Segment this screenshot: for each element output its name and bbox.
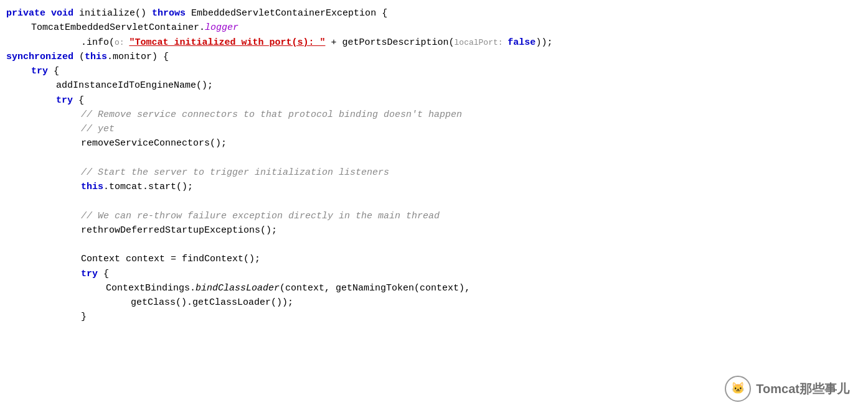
param-hint-localport: localPort:: [455, 37, 508, 49]
field-logger: logger: [205, 21, 238, 35]
string-tomcat-init: "Tomcat initialized with port(s): ": [129, 35, 325, 50]
exception-name: EmbeddedServletContainerException {: [191, 6, 387, 21]
brace-open-1: {: [54, 64, 59, 78]
method-name: initialize(): [79, 6, 152, 21]
keyword-false: false: [507, 35, 535, 50]
bind-args: (context, getNamingTok: [280, 281, 403, 295]
code-line-blank-2: [6, 194, 868, 208]
method-bindclassloader: bindClassLoader: [196, 281, 280, 295]
watermark-text: Tomcat那些事儿: [756, 379, 849, 399]
param-hint-o: o:: [115, 37, 129, 49]
svg-text:🐱: 🐱: [731, 381, 745, 395]
code-line-4: synchronized (this.monitor) {: [6, 50, 868, 64]
keyword-void: void: [51, 6, 79, 21]
watermark-icon: 🐱: [725, 376, 751, 402]
code-line-6: addInstanceIdToEngineName();: [6, 78, 868, 93]
comment-remove-connectors: // Remove service connectors to that pro…: [81, 108, 462, 122]
keyword-throws: throws: [152, 6, 191, 21]
code-line-blank-3: [6, 238, 868, 252]
comment-yet: // yet: [81, 122, 115, 136]
method-remove-connectors: removeServiceConnectors();: [81, 136, 227, 151]
code-line-13: this.tomcat.start();: [6, 180, 868, 194]
monitor-ref: .monitor) {: [107, 50, 169, 64]
keyword-try-3: try: [81, 267, 103, 281]
code-line-8: // Remove service connectors to that pro…: [6, 108, 868, 122]
method-rethrow: rethrowDeferredStartupExceptions();: [81, 223, 277, 238]
close-paren: ));: [535, 35, 552, 50]
method-call: .info(: [81, 35, 115, 50]
code-line-10: removeServiceConnectors();: [6, 136, 868, 151]
brace-open-3: {: [103, 267, 109, 281]
code-line-2: TomcatEmbeddedServletContainer.logger: [6, 21, 868, 35]
code-line-18: Context context = findContext();: [6, 252, 868, 266]
code-line-22: }: [6, 310, 868, 324]
keyword-try-1: try: [31, 64, 54, 78]
comment-start-server: // Start the server to trigger initializ…: [81, 165, 389, 180]
getclass-loader: getClass().getClassLoader());: [131, 295, 293, 310]
keyword-private: private: [6, 6, 51, 21]
tomcat-start: .tomcat.start();: [103, 180, 193, 194]
code-line-20: ContextBindings.bindClassLoader(context,…: [6, 281, 868, 295]
context-decl: Context context = findContext();: [81, 252, 260, 266]
code-line-19: try {: [6, 267, 868, 281]
keyword-try-2: try: [56, 93, 78, 108]
code-line-7: try {: [6, 93, 868, 108]
bind-args-2: en(context),: [403, 281, 470, 295]
code-line-15: // We can re-throw failure exception dir…: [6, 209, 868, 223]
keyword-this: this: [85, 50, 107, 64]
method-addinstance: addInstanceIdToEngineName();: [56, 78, 213, 93]
code-line-9: // yet: [6, 122, 868, 136]
code-line-5: try {: [6, 64, 868, 78]
code-line-3: .info(o: "Tomcat initialized with port(s…: [6, 35, 868, 50]
comment-rethrow: // We can re-throw failure exception dir…: [81, 209, 440, 223]
watermark: 🐱 Tomcat那些事儿: [725, 376, 849, 402]
code-line-12: // Start the server to trigger initializ…: [6, 165, 868, 180]
concat-op: + getPortsDescription(: [325, 35, 454, 50]
class-ref: TomcatEmbeddedServletContainer.: [31, 21, 205, 35]
brace-close-inner: }: [81, 310, 87, 324]
context-bindings: ContextBindings.: [106, 281, 196, 295]
code-line-16: rethrowDeferredStartupExceptions();: [6, 223, 868, 238]
code-line-1: private void initialize() throws Embedde…: [6, 6, 868, 21]
keyword-synchronized: synchronized: [6, 50, 79, 64]
code-line-blank-1: [6, 151, 868, 165]
brace-open-2: {: [78, 93, 84, 108]
open-paren: (: [79, 50, 85, 64]
keyword-this-2: this: [81, 180, 103, 194]
code-viewer: private void initialize() throws Embedde…: [0, 0, 868, 413]
code-line-21: getClass().getClassLoader());: [6, 295, 868, 310]
